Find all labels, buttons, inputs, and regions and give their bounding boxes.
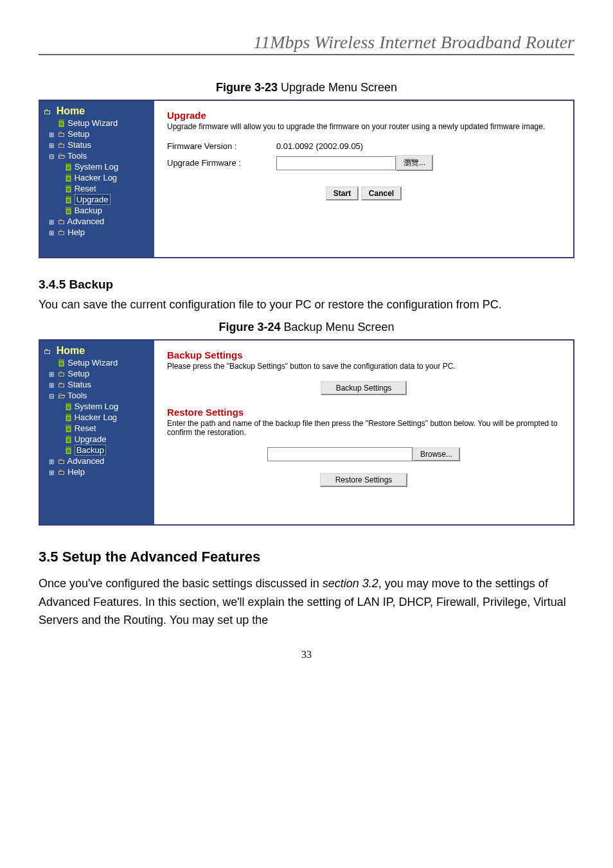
folder-icon	[58, 456, 66, 466]
expand-icon[interactable]: ⊞	[49, 469, 55, 476]
figure-24-label: Figure 3-24	[218, 321, 280, 333]
upgrade-screenshot: Home Setup Wizard ⊞ Setup ⊞ Status ⊟ Too…	[39, 100, 574, 258]
nav-upgrade[interactable]: Upgrade	[42, 434, 152, 445]
expand-icon[interactable]: ⊞	[49, 218, 55, 226]
figure-23-caption: Figure 3-23 Upgrade Menu Screen	[39, 81, 574, 94]
advanced-section-text: Once you've configured the basic setting…	[39, 574, 574, 630]
home-icon	[44, 346, 51, 356]
nav-tools-label: Tools	[67, 391, 87, 400]
page-icon	[64, 423, 72, 433]
nav-upgrade-label: Upgrade	[75, 194, 111, 205]
backup-screenshot: Home Setup Wizard ⊞ Setup ⊞ Status ⊟ Too…	[39, 339, 574, 526]
expand-icon[interactable]: ⊞	[49, 458, 55, 465]
nav-tools-label: Tools	[67, 151, 87, 161]
nav-reset[interactable]: Reset	[42, 423, 152, 434]
expand-icon[interactable]: ⊞	[49, 131, 55, 138]
firmware-version-label: Firmware Version :	[167, 141, 276, 151]
nav-system-log[interactable]: System Log	[42, 161, 152, 172]
home-icon	[44, 107, 51, 116]
backup-settings-button[interactable]: Backup Settings	[321, 381, 407, 395]
expand-icon[interactable]: ⊞	[49, 229, 55, 236]
folder-icon	[58, 217, 66, 226]
restore-file-input[interactable]	[267, 447, 413, 461]
upgrade-title: Upgrade	[167, 110, 560, 121]
nav-help[interactable]: ⊞ Help	[42, 466, 152, 477]
page-icon	[64, 206, 72, 215]
nav-advanced-label: Advanced	[67, 456, 105, 466]
nav-setup-wizard-label: Setup Wizard	[67, 358, 118, 368]
nav-status[interactable]: ⊞ Status	[42, 379, 152, 390]
browse-button[interactable]: 瀏覽...	[396, 155, 433, 171]
nav-system-log-label: System Log	[75, 162, 119, 172]
nav-reset-label: Reset	[75, 184, 96, 193]
nav-setup-wizard[interactable]: Setup Wizard	[42, 357, 152, 368]
nav-tools[interactable]: ⊟ Tools	[42, 390, 152, 401]
upgrade-button-row: Start Cancel	[167, 186, 560, 200]
upgrade-desc: Upgrade firmware will allow you to upgra…	[167, 122, 560, 131]
nav-setup-label: Setup	[67, 129, 89, 139]
nav-setup-wizard-label: Setup Wizard	[67, 118, 118, 128]
nav-help[interactable]: ⊞ Help	[42, 227, 152, 238]
nav-hacker-log[interactable]: Hacker Log	[42, 172, 152, 183]
upgrade-firmware-label: Upgrade Firmware :	[167, 158, 276, 168]
nav-status[interactable]: ⊞ Status	[42, 139, 152, 150]
page-icon	[64, 162, 72, 172]
nav-home[interactable]: Home	[42, 344, 152, 357]
nav-reset[interactable]: Reset	[42, 183, 152, 194]
upgrade-file-input[interactable]	[276, 156, 396, 170]
backup-section-heading: 3.4.5 Backup	[39, 278, 574, 292]
nav-hacker-log-label: Hacker Log	[75, 412, 117, 422]
folder-icon	[58, 467, 66, 477]
advanced-text-em: section 3.2	[323, 577, 378, 590]
nav-home[interactable]: Home	[42, 105, 152, 118]
upgrade-firmware-row: Upgrade Firmware : 瀏覽...	[167, 155, 560, 171]
nav-upgrade-label: Upgrade	[75, 434, 107, 444]
nav-backup[interactable]: Backup	[42, 205, 152, 216]
restore-settings-button[interactable]: Restore Settings	[320, 473, 408, 487]
page-icon	[64, 195, 72, 204]
nav-setup-wizard[interactable]: Setup Wizard	[42, 118, 152, 128]
restore-browse-button[interactable]: Browse...	[413, 447, 460, 461]
nav-advanced-label: Advanced	[67, 217, 105, 226]
page-number: 33	[39, 649, 574, 660]
expand-icon[interactable]: ⊞	[49, 382, 55, 389]
figure-23-label: Figure 3-23	[216, 81, 278, 94]
backup-settings-desc: Please press the "Backup Settings" butto…	[167, 362, 560, 371]
nav-home-label: Home	[54, 105, 85, 116]
nav-system-log[interactable]: System Log	[42, 401, 152, 412]
collapse-icon[interactable]: ⊟	[49, 393, 55, 400]
expand-icon[interactable]: ⊞	[49, 371, 55, 378]
nav-upgrade[interactable]: Upgrade	[42, 194, 152, 205]
nav-help-label: Help	[67, 227, 85, 237]
page-icon	[64, 445, 72, 455]
nav-setup[interactable]: ⊞ Setup	[42, 368, 152, 379]
folder-icon	[58, 369, 66, 378]
expand-icon[interactable]: ⊞	[49, 142, 55, 149]
cancel-button[interactable]: Cancel	[361, 186, 402, 200]
page-icon	[64, 434, 72, 444]
nav-help-label: Help	[67, 467, 85, 477]
nav-backup[interactable]: Backup	[42, 445, 152, 456]
nav-status-label: Status	[67, 380, 91, 389]
backup-content: Backup Settings Please press the "Backup…	[154, 341, 573, 524]
nav-reset-label: Reset	[75, 423, 96, 433]
backup-section-text: You can save the current configuration f…	[39, 296, 574, 314]
figure-24-title: Backup Menu Screen	[283, 321, 394, 333]
collapse-icon[interactable]: ⊟	[49, 153, 55, 160]
folder-open-icon	[58, 151, 66, 161]
backup-settings-title: Backup Settings	[167, 350, 560, 360]
nav-setup[interactable]: ⊞ Setup	[42, 128, 152, 139]
nav-hacker-log[interactable]: Hacker Log	[42, 412, 152, 423]
firmware-version-row: Firmware Version : 0.01.0092 (2002.09.05…	[167, 141, 560, 151]
nav-advanced[interactable]: ⊞ Advanced	[42, 216, 152, 227]
page-icon	[64, 184, 72, 193]
folder-open-icon	[58, 391, 66, 400]
nav-tools[interactable]: ⊟ Tools	[42, 150, 152, 161]
nav-backup-label: Backup	[75, 445, 106, 456]
nav-backup-label: Backup	[75, 206, 102, 215]
page-icon	[64, 173, 72, 182]
start-button[interactable]: Start	[326, 186, 359, 200]
nav-status-label: Status	[67, 140, 91, 150]
figure-23-title: Upgrade Menu Screen	[281, 81, 397, 94]
nav-advanced[interactable]: ⊞ Advanced	[42, 456, 152, 466]
